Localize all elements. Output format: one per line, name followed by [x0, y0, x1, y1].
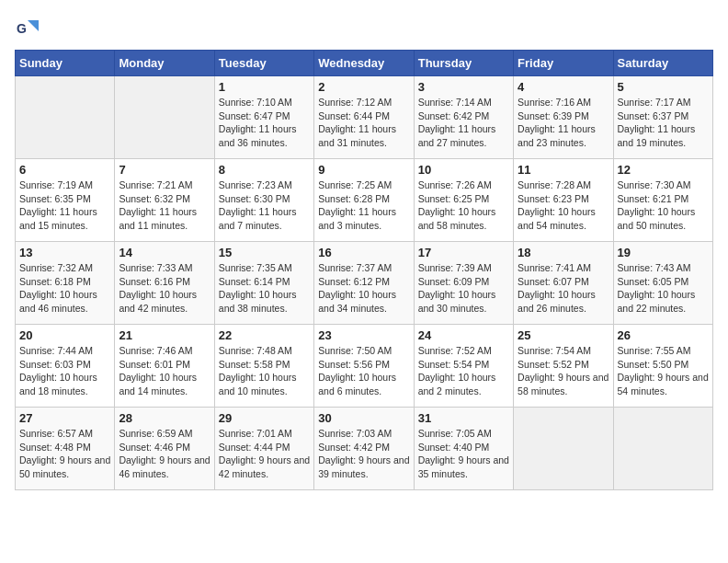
day-info: Sunrise: 7:39 AM Sunset: 6:09 PM Dayligh… — [418, 261, 509, 316]
day-number: 19 — [618, 246, 709, 259]
header-thursday: Thursday — [414, 51, 513, 76]
calendar-day: 24Sunrise: 7:52 AM Sunset: 5:54 PM Dayli… — [414, 325, 513, 408]
logo: G — [15, 15, 44, 40]
calendar-day: 23Sunrise: 7:50 AM Sunset: 5:56 PM Dayli… — [314, 325, 414, 408]
day-info: Sunrise: 7:54 AM Sunset: 5:52 PM Dayligh… — [518, 344, 609, 398]
day-info: Sunrise: 7:19 AM Sunset: 6:35 PM Dayligh… — [19, 178, 110, 233]
calendar-day: 1Sunrise: 7:10 AM Sunset: 6:47 PM Daylig… — [214, 76, 313, 159]
day-info: Sunrise: 7:16 AM Sunset: 6:39 PM Dayligh… — [518, 96, 609, 150]
day-number: 27 — [19, 411, 110, 425]
day-number: 18 — [518, 246, 609, 259]
calendar-week-1: 1Sunrise: 7:10 AM Sunset: 6:47 PM Daylig… — [16, 76, 713, 159]
calendar-day: 11Sunrise: 7:28 AM Sunset: 6:23 PM Dayli… — [514, 159, 613, 242]
header-monday: Monday — [115, 51, 214, 76]
day-info: Sunrise: 6:59 AM Sunset: 4:46 PM Dayligh… — [119, 427, 210, 481]
day-number: 12 — [618, 163, 709, 177]
day-number: 22 — [219, 328, 310, 342]
day-number: 16 — [318, 246, 409, 259]
day-info: Sunrise: 7:43 AM Sunset: 6:05 PM Dayligh… — [618, 261, 709, 316]
calendar-day: 20Sunrise: 7:44 AM Sunset: 6:03 PM Dayli… — [16, 325, 115, 408]
calendar-week-4: 20Sunrise: 7:44 AM Sunset: 6:03 PM Dayli… — [16, 325, 713, 408]
day-info: Sunrise: 7:12 AM Sunset: 6:44 PM Dayligh… — [318, 96, 409, 150]
header-wednesday: Wednesday — [314, 51, 414, 76]
calendar-day: 9Sunrise: 7:25 AM Sunset: 6:28 PM Daylig… — [314, 159, 414, 242]
day-info: Sunrise: 7:33 AM Sunset: 6:16 PM Dayligh… — [119, 261, 210, 316]
svg-marker-1 — [28, 20, 39, 31]
day-info: Sunrise: 7:35 AM Sunset: 6:14 PM Dayligh… — [219, 261, 310, 316]
calendar-day: 21Sunrise: 7:46 AM Sunset: 6:01 PM Dayli… — [115, 325, 214, 408]
calendar-day — [16, 76, 115, 159]
day-info: Sunrise: 7:50 AM Sunset: 5:56 PM Dayligh… — [318, 344, 409, 398]
day-number: 30 — [318, 411, 409, 425]
header-friday: Friday — [514, 51, 613, 76]
day-number: 29 — [219, 411, 310, 425]
day-number: 26 — [618, 328, 709, 342]
day-info: Sunrise: 7:28 AM Sunset: 6:23 PM Dayligh… — [518, 178, 609, 233]
calendar-day: 22Sunrise: 7:48 AM Sunset: 5:58 PM Dayli… — [214, 325, 313, 408]
day-number: 14 — [119, 246, 210, 259]
day-number: 25 — [518, 328, 609, 342]
calendar-table: SundayMondayTuesdayWednesdayThursdayFrid… — [15, 50, 713, 490]
day-info: Sunrise: 7:52 AM Sunset: 5:54 PM Dayligh… — [418, 344, 509, 398]
header-sunday: Sunday — [16, 51, 115, 76]
calendar-day: 31Sunrise: 7:05 AM Sunset: 4:40 PM Dayli… — [414, 408, 513, 490]
calendar-day: 2Sunrise: 7:12 AM Sunset: 6:44 PM Daylig… — [314, 76, 414, 159]
day-info: Sunrise: 7:26 AM Sunset: 6:25 PM Dayligh… — [418, 178, 509, 233]
header-saturday: Saturday — [613, 51, 712, 76]
calendar-day: 30Sunrise: 7:03 AM Sunset: 4:42 PM Dayli… — [314, 408, 414, 490]
day-number: 4 — [518, 80, 609, 94]
calendar-day: 3Sunrise: 7:14 AM Sunset: 6:42 PM Daylig… — [414, 76, 513, 159]
calendar-day: 19Sunrise: 7:43 AM Sunset: 6:05 PM Dayli… — [613, 242, 712, 325]
day-number: 8 — [219, 163, 310, 177]
page-header: G — [15, 15, 713, 40]
calendar-day: 13Sunrise: 7:32 AM Sunset: 6:18 PM Dayli… — [16, 242, 115, 325]
day-number: 13 — [19, 246, 110, 259]
calendar-day: 17Sunrise: 7:39 AM Sunset: 6:09 PM Dayli… — [414, 242, 513, 325]
calendar-week-3: 13Sunrise: 7:32 AM Sunset: 6:18 PM Dayli… — [16, 242, 713, 325]
svg-text:G: G — [17, 21, 27, 36]
day-info: Sunrise: 7:25 AM Sunset: 6:28 PM Dayligh… — [318, 178, 409, 233]
day-number: 11 — [518, 163, 609, 177]
calendar-day — [613, 408, 712, 490]
day-info: Sunrise: 7:32 AM Sunset: 6:18 PM Dayligh… — [19, 261, 110, 316]
calendar-week-2: 6Sunrise: 7:19 AM Sunset: 6:35 PM Daylig… — [16, 159, 713, 242]
day-info: Sunrise: 7:41 AM Sunset: 6:07 PM Dayligh… — [518, 261, 609, 316]
calendar-day: 7Sunrise: 7:21 AM Sunset: 6:32 PM Daylig… — [115, 159, 214, 242]
calendar-day: 28Sunrise: 6:59 AM Sunset: 4:46 PM Dayli… — [115, 408, 214, 490]
day-number: 6 — [19, 163, 110, 177]
day-info: Sunrise: 7:44 AM Sunset: 6:03 PM Dayligh… — [19, 344, 110, 398]
header-tuesday: Tuesday — [214, 51, 313, 76]
calendar-day: 15Sunrise: 7:35 AM Sunset: 6:14 PM Dayli… — [214, 242, 313, 325]
day-info: Sunrise: 7:21 AM Sunset: 6:32 PM Dayligh… — [119, 178, 210, 233]
calendar-day: 12Sunrise: 7:30 AM Sunset: 6:21 PM Dayli… — [613, 159, 712, 242]
calendar-day: 18Sunrise: 7:41 AM Sunset: 6:07 PM Dayli… — [514, 242, 613, 325]
day-info: Sunrise: 7:10 AM Sunset: 6:47 PM Dayligh… — [219, 96, 310, 150]
day-number: 5 — [618, 80, 709, 94]
calendar-day: 6Sunrise: 7:19 AM Sunset: 6:35 PM Daylig… — [16, 159, 115, 242]
calendar-day — [514, 408, 613, 490]
day-number: 31 — [418, 411, 509, 425]
calendar-day: 5Sunrise: 7:17 AM Sunset: 6:37 PM Daylig… — [613, 76, 712, 159]
calendar-day: 16Sunrise: 7:37 AM Sunset: 6:12 PM Dayli… — [314, 242, 414, 325]
logo-icon: G — [15, 15, 40, 40]
calendar-day: 4Sunrise: 7:16 AM Sunset: 6:39 PM Daylig… — [514, 76, 613, 159]
day-number: 20 — [19, 328, 110, 342]
calendar-week-5: 27Sunrise: 6:57 AM Sunset: 4:48 PM Dayli… — [16, 408, 713, 490]
day-number: 1 — [219, 80, 310, 94]
day-info: Sunrise: 7:03 AM Sunset: 4:42 PM Dayligh… — [318, 427, 409, 481]
day-number: 23 — [318, 328, 409, 342]
day-number: 15 — [219, 246, 310, 259]
day-info: Sunrise: 7:23 AM Sunset: 6:30 PM Dayligh… — [219, 178, 310, 233]
day-number: 9 — [318, 163, 409, 177]
day-info: Sunrise: 7:46 AM Sunset: 6:01 PM Dayligh… — [119, 344, 210, 398]
day-number: 3 — [418, 80, 509, 94]
day-info: Sunrise: 7:30 AM Sunset: 6:21 PM Dayligh… — [618, 178, 709, 233]
calendar-day: 8Sunrise: 7:23 AM Sunset: 6:30 PM Daylig… — [214, 159, 313, 242]
day-info: Sunrise: 7:48 AM Sunset: 5:58 PM Dayligh… — [219, 344, 310, 398]
day-number: 7 — [119, 163, 210, 177]
day-info: Sunrise: 7:14 AM Sunset: 6:42 PM Dayligh… — [418, 96, 509, 150]
day-info: Sunrise: 7:37 AM Sunset: 6:12 PM Dayligh… — [318, 261, 409, 316]
day-number: 2 — [318, 80, 409, 94]
day-number: 10 — [418, 163, 509, 177]
calendar-day: 25Sunrise: 7:54 AM Sunset: 5:52 PM Dayli… — [514, 325, 613, 408]
